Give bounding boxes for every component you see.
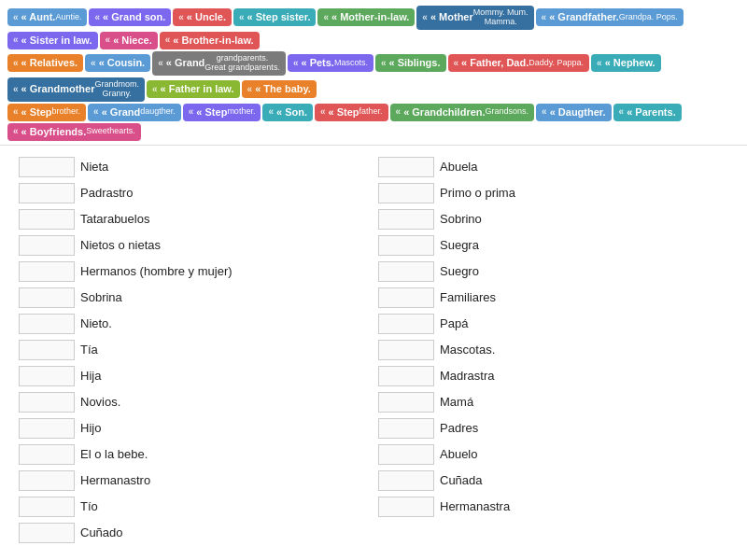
match-row: Mascotas. xyxy=(378,338,728,362)
tag-item-8[interactable]: « Niece. xyxy=(100,32,158,49)
answer-input-8[interactable] xyxy=(378,366,434,386)
right-column: AbuelaPrimo o primaSobrinoSuegraSuegroFa… xyxy=(378,155,728,545)
match-row: Nieto. xyxy=(19,312,369,336)
word-label: Hija xyxy=(80,369,101,383)
tag-item-7[interactable]: « Sister in law. xyxy=(7,32,98,49)
match-row: Abuelo xyxy=(378,442,728,467)
tag-item-7[interactable]: « GrandmotherGrandmom.Granny. xyxy=(7,77,145,102)
answer-input-12[interactable] xyxy=(378,470,434,491)
match-row: Mamá xyxy=(378,390,728,414)
tag-item-2[interactable]: « Grandgrandparents.Great grandparents. xyxy=(152,51,286,76)
word-label: Abuelo xyxy=(440,447,477,461)
match-row: Tío xyxy=(19,495,369,519)
answer-input-4[interactable] xyxy=(378,261,434,282)
match-row: Hermanastra xyxy=(378,495,728,519)
tag-item-0[interactable]: « Aunt.Auntie. xyxy=(7,8,87,26)
word-label: Novios. xyxy=(80,395,120,409)
word-label: Nieto. xyxy=(80,316,112,330)
tag-item-4[interactable]: « Mother-in-law. xyxy=(317,8,415,26)
tag-item-7[interactable]: « Parents. xyxy=(613,104,682,121)
answer-input-13[interactable] xyxy=(378,497,434,517)
left-column: NietaPadrastroTatarabuelosNietos o nieta… xyxy=(19,155,369,545)
match-row: Hija xyxy=(19,364,369,388)
tag-item-8[interactable]: « Boyfriends.Sweethearts. xyxy=(7,123,141,141)
word-label: Nietos o nietas xyxy=(80,238,161,252)
answer-input-6[interactable] xyxy=(19,314,75,334)
tag-item-4[interactable]: « Stepfather. xyxy=(315,104,388,121)
tag-item-8[interactable]: « Father in law. xyxy=(147,80,240,98)
tag-item-9[interactable]: « The baby. xyxy=(242,80,317,98)
answer-input-4[interactable] xyxy=(19,261,75,282)
answer-input-2[interactable] xyxy=(378,209,434,230)
answer-input-14[interactable] xyxy=(19,523,75,543)
tag-item-6[interactable]: « Grandfather.Grandpa. Pops. xyxy=(536,8,684,26)
tag-item-0[interactable]: « Relatives. xyxy=(7,54,83,72)
tag-item-1[interactable]: « Granddaugther. xyxy=(88,104,181,121)
tag-item-3[interactable]: « Son. xyxy=(262,104,313,121)
answer-input-9[interactable] xyxy=(19,392,75,413)
word-label: Cuñado xyxy=(80,525,123,539)
answer-input-10[interactable] xyxy=(19,418,75,439)
answer-input-7[interactable] xyxy=(19,340,75,360)
answer-input-6[interactable] xyxy=(378,314,434,334)
tag-item-5[interactable]: « Grandchildren.Grandsons. xyxy=(390,104,535,121)
answer-input-0[interactable] xyxy=(19,157,75,177)
answer-input-0[interactable] xyxy=(378,157,434,177)
tag-rows: « Aunt.Auntie.« Grand son.« Uncle.« Step… xyxy=(7,6,740,141)
answer-input-5[interactable] xyxy=(19,287,75,308)
match-row: Tía xyxy=(19,338,369,362)
tag-area: « Aunt.Auntie.« Grand son.« Uncle.« Step… xyxy=(0,0,747,146)
tag-item-5[interactable]: « MotherMommy. Mum.Mamma. xyxy=(416,6,533,30)
match-row: Nietos o nietas xyxy=(19,233,369,258)
tag-item-2[interactable]: « Uncle. xyxy=(173,8,232,26)
match-row: Sobrina xyxy=(19,286,369,310)
tag-item-1[interactable]: « Cousin. xyxy=(85,54,150,72)
match-row: El o la bebe. xyxy=(19,442,369,467)
tag-item-6[interactable]: « Nephew. xyxy=(591,54,661,72)
answer-input-11[interactable] xyxy=(378,444,434,465)
answer-input-3[interactable] xyxy=(19,235,75,256)
answer-input-13[interactable] xyxy=(19,497,75,517)
answer-input-9[interactable] xyxy=(378,392,434,413)
answer-input-1[interactable] xyxy=(378,183,434,203)
answer-input-3[interactable] xyxy=(378,235,434,256)
answer-input-10[interactable] xyxy=(378,418,434,439)
match-row: Hijo xyxy=(19,416,369,441)
tag-item-3[interactable]: « Step sister. xyxy=(233,8,316,26)
tag-row-1: « Aunt.Auntie.« Grand son.« Uncle.« Step… xyxy=(7,6,740,49)
word-label: Tío xyxy=(80,499,98,513)
match-row: Madrastra xyxy=(378,364,728,388)
tag-item-6[interactable]: « Daugther. xyxy=(536,104,611,121)
word-label: Mamá xyxy=(440,395,473,409)
tag-item-1[interactable]: « Grand son. xyxy=(89,8,171,26)
answer-input-11[interactable] xyxy=(19,444,75,465)
tag-item-4[interactable]: « Siblings. xyxy=(375,54,446,72)
match-row: Primo o prima xyxy=(378,181,728,205)
answer-input-2[interactable] xyxy=(19,209,75,230)
word-label: Nieta xyxy=(80,160,108,174)
answer-input-7[interactable] xyxy=(378,340,434,360)
match-row: Hermanastro xyxy=(19,469,369,493)
answer-input-12[interactable] xyxy=(19,470,75,491)
word-label: Padres xyxy=(440,421,478,435)
word-label: Hijo xyxy=(80,421,101,435)
word-label: Hermanos (hombre y mujer) xyxy=(80,264,233,278)
match-row: Nieta xyxy=(19,155,369,179)
match-row: Sobrino xyxy=(378,207,728,231)
match-row: Abuela xyxy=(378,155,728,179)
tag-item-0[interactable]: « Stepbrother. xyxy=(7,104,86,121)
answer-input-5[interactable] xyxy=(378,287,434,308)
word-label: Suegro xyxy=(440,264,479,278)
match-row: Hermanos (hombre y mujer) xyxy=(19,259,369,284)
answer-input-1[interactable] xyxy=(19,183,75,203)
match-row: Cuñada xyxy=(378,469,728,493)
match-row: Suegro xyxy=(378,259,728,284)
word-label: Tatarabuelos xyxy=(80,212,149,226)
word-label: Primo o prima xyxy=(440,186,515,200)
match-row: Novios. xyxy=(19,390,369,414)
tag-item-3[interactable]: « Pets.Mascots. xyxy=(288,54,374,72)
tag-item-9[interactable]: « Brother-in-law. xyxy=(160,32,260,49)
answer-input-8[interactable] xyxy=(19,366,75,386)
tag-item-2[interactable]: « Stepmother. xyxy=(183,104,261,121)
tag-item-5[interactable]: « Father, Dad.Daddy. Pappa. xyxy=(448,54,590,72)
